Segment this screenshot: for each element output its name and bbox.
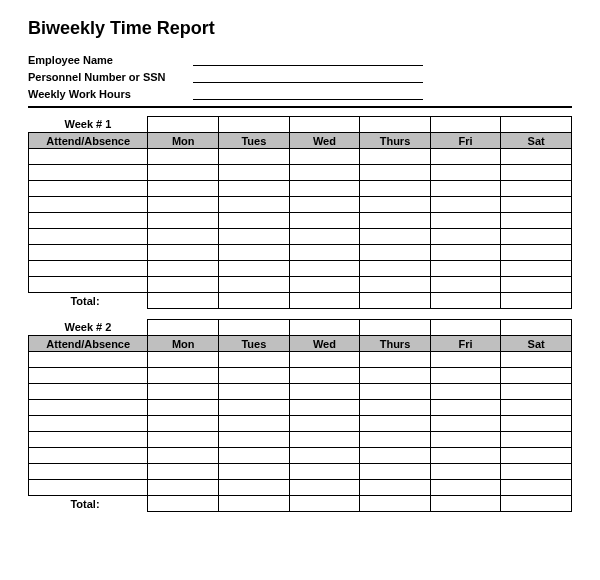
time-cell[interactable] <box>430 213 501 229</box>
total-cell[interactable] <box>219 496 290 512</box>
time-cell[interactable] <box>430 277 501 293</box>
time-cell[interactable] <box>289 261 360 277</box>
employee-name-field[interactable] <box>193 52 423 66</box>
time-cell[interactable] <box>430 229 501 245</box>
time-cell[interactable] <box>360 181 431 197</box>
time-cell[interactable] <box>289 384 360 400</box>
time-cell[interactable] <box>430 416 501 432</box>
time-cell[interactable] <box>430 480 501 496</box>
time-cell[interactable] <box>501 432 572 448</box>
attend-absence-cell[interactable] <box>29 197 148 213</box>
time-cell[interactable] <box>360 432 431 448</box>
time-cell[interactable] <box>289 165 360 181</box>
time-cell[interactable] <box>430 197 501 213</box>
time-cell[interactable] <box>289 352 360 368</box>
time-cell[interactable] <box>430 384 501 400</box>
time-cell[interactable] <box>148 261 219 277</box>
time-cell[interactable] <box>501 400 572 416</box>
time-cell[interactable] <box>148 149 219 165</box>
time-cell[interactable] <box>430 261 501 277</box>
time-cell[interactable] <box>148 277 219 293</box>
time-cell[interactable] <box>289 213 360 229</box>
time-cell[interactable] <box>360 197 431 213</box>
attend-absence-cell[interactable] <box>29 277 148 293</box>
time-cell[interactable] <box>219 261 290 277</box>
total-cell[interactable] <box>501 496 572 512</box>
time-cell[interactable] <box>219 480 290 496</box>
time-cell[interactable] <box>360 261 431 277</box>
time-cell[interactable] <box>360 480 431 496</box>
time-cell[interactable] <box>501 368 572 384</box>
time-cell[interactable] <box>360 277 431 293</box>
time-cell[interactable] <box>289 277 360 293</box>
time-cell[interactable] <box>219 352 290 368</box>
time-cell[interactable] <box>360 165 431 181</box>
time-cell[interactable] <box>430 149 501 165</box>
time-cell[interactable] <box>501 480 572 496</box>
attend-absence-cell[interactable] <box>29 261 148 277</box>
time-cell[interactable] <box>148 197 219 213</box>
time-cell[interactable] <box>501 245 572 261</box>
attend-absence-cell[interactable] <box>29 464 148 480</box>
time-cell[interactable] <box>501 384 572 400</box>
time-cell[interactable] <box>148 400 219 416</box>
time-cell[interactable] <box>219 384 290 400</box>
time-cell[interactable] <box>289 197 360 213</box>
attend-absence-cell[interactable] <box>29 165 148 181</box>
time-cell[interactable] <box>289 448 360 464</box>
time-cell[interactable] <box>501 165 572 181</box>
time-cell[interactable] <box>430 464 501 480</box>
time-cell[interactable] <box>219 464 290 480</box>
time-cell[interactable] <box>148 480 219 496</box>
time-cell[interactable] <box>289 181 360 197</box>
total-cell[interactable] <box>219 293 290 309</box>
time-cell[interactable] <box>501 464 572 480</box>
time-cell[interactable] <box>501 229 572 245</box>
attend-absence-cell[interactable] <box>29 448 148 464</box>
time-cell[interactable] <box>360 368 431 384</box>
time-cell[interactable] <box>430 400 501 416</box>
attend-absence-cell[interactable] <box>29 213 148 229</box>
time-cell[interactable] <box>219 149 290 165</box>
time-cell[interactable] <box>289 229 360 245</box>
time-cell[interactable] <box>148 229 219 245</box>
time-cell[interactable] <box>219 432 290 448</box>
time-cell[interactable] <box>148 213 219 229</box>
time-cell[interactable] <box>289 400 360 416</box>
time-cell[interactable] <box>430 165 501 181</box>
time-cell[interactable] <box>148 464 219 480</box>
time-cell[interactable] <box>219 416 290 432</box>
time-cell[interactable] <box>501 448 572 464</box>
time-cell[interactable] <box>501 213 572 229</box>
attend-absence-cell[interactable] <box>29 480 148 496</box>
time-cell[interactable] <box>501 181 572 197</box>
attend-absence-cell[interactable] <box>29 245 148 261</box>
weekly-hours-field[interactable] <box>193 86 423 100</box>
time-cell[interactable] <box>430 448 501 464</box>
total-cell[interactable] <box>501 293 572 309</box>
time-cell[interactable] <box>360 464 431 480</box>
time-cell[interactable] <box>360 229 431 245</box>
time-cell[interactable] <box>219 213 290 229</box>
total-cell[interactable] <box>430 293 501 309</box>
time-cell[interactable] <box>148 368 219 384</box>
attend-absence-cell[interactable] <box>29 432 148 448</box>
time-cell[interactable] <box>430 352 501 368</box>
time-cell[interactable] <box>430 432 501 448</box>
time-cell[interactable] <box>219 277 290 293</box>
attend-absence-cell[interactable] <box>29 368 148 384</box>
time-cell[interactable] <box>501 277 572 293</box>
time-cell[interactable] <box>430 245 501 261</box>
time-cell[interactable] <box>360 245 431 261</box>
time-cell[interactable] <box>219 245 290 261</box>
time-cell[interactable] <box>430 368 501 384</box>
time-cell[interactable] <box>148 384 219 400</box>
time-cell[interactable] <box>219 448 290 464</box>
time-cell[interactable] <box>430 181 501 197</box>
time-cell[interactable] <box>219 165 290 181</box>
total-cell[interactable] <box>289 496 360 512</box>
time-cell[interactable] <box>289 416 360 432</box>
time-cell[interactable] <box>219 197 290 213</box>
time-cell[interactable] <box>360 213 431 229</box>
attend-absence-cell[interactable] <box>29 149 148 165</box>
